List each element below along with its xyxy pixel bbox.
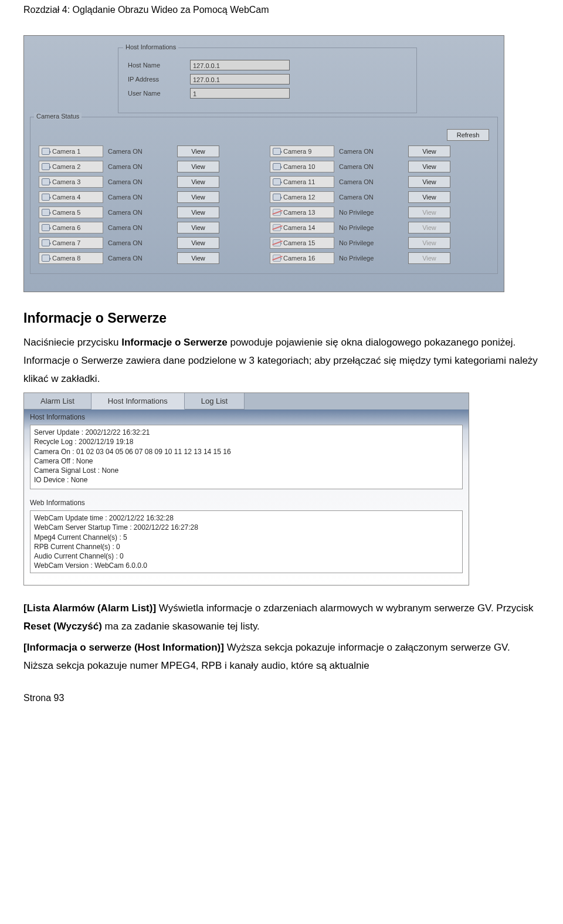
camera-status-legend: Camera Status (34, 113, 82, 120)
camera-icon (42, 194, 50, 201)
camera-name-cell: Camera 8 (39, 252, 103, 264)
view-button[interactable]: View (177, 237, 219, 249)
view-button[interactable]: View (177, 191, 219, 203)
camera-name-label: Camera 11 (283, 178, 315, 185)
camera-name-label: Camera 3 (52, 178, 80, 185)
camera-status-label: Camera ON (108, 178, 172, 185)
host-informations-fieldset: Host Informations Host Name 127.0.0.1 IP… (118, 48, 417, 113)
camera-row: Camera 5Camera ONView (39, 207, 258, 218)
camera-row: Camera 14No PrivilegeView (270, 222, 489, 233)
camera-name-cell: Camera 16 (270, 252, 334, 264)
paragraph-1: Naciśniecie przycisku Informacje o Serwe… (23, 334, 540, 388)
camera-row: Camera 3Camera ONView (39, 176, 258, 188)
camera-name-label: Camera 9 (283, 148, 311, 155)
info-line: Audio Current Channel(s) : 0 (34, 551, 459, 561)
camera-row: Camera 8Camera ONView (39, 252, 258, 264)
tab-log-list[interactable]: Log List (185, 393, 245, 409)
view-button[interactable]: View (177, 161, 219, 172)
camera-name-label: Camera 16 (283, 255, 315, 262)
camera-name-cell: Camera 10 (270, 161, 334, 172)
camera-row: Camera 2Camera ONView (39, 161, 258, 172)
camera-row: Camera 4Camera ONView (39, 191, 258, 203)
camera-name-label: Camera 14 (283, 224, 315, 231)
camera-name-label: Camera 8 (52, 255, 80, 262)
info-line: Camera Off : None (34, 456, 459, 466)
camera-icon (273, 224, 281, 231)
camera-row: Camera 1Camera ONView (39, 145, 258, 157)
tab-host-informations[interactable]: Host Informations (91, 393, 185, 409)
info-line: WebCam Server Startup Time : 2002/12/22 … (34, 523, 459, 532)
camera-name-cell: Camera 14 (270, 222, 334, 233)
camera-row: Camera 11Camera ONView (270, 176, 489, 188)
camera-name-cell: Camera 12 (270, 191, 334, 203)
view-button: View (408, 207, 450, 218)
host-informations-legend: Host Informations (123, 43, 178, 50)
refresh-button[interactable]: Refresh (447, 129, 489, 141)
camera-status-label: Camera ON (108, 239, 172, 246)
view-button[interactable]: View (177, 222, 219, 233)
info-line: WebCam Version : WebCam 6.0.0.0 (34, 561, 459, 570)
camera-name-cell: Camera 13 (270, 207, 334, 218)
camera-icon (42, 224, 50, 231)
view-button[interactable]: View (408, 191, 450, 203)
camera-icon (273, 209, 281, 216)
camera-icon (42, 209, 50, 216)
camera-icon (42, 239, 50, 246)
info-line: RPB Current Channel(s) : 0 (34, 542, 459, 551)
camera-status-label: No Privilege (339, 255, 403, 262)
chapter-header: Rozdział 4: Oglądanie Obrazu Wideo za Po… (0, 0, 563, 18)
camera-status-label: No Privilege (339, 224, 403, 231)
view-button[interactable]: View (408, 145, 450, 157)
camera-name-cell: Camera 7 (39, 237, 103, 249)
camera-icon (42, 148, 50, 155)
ip-address-value: 127.0.0.1 (190, 74, 290, 84)
host-name-label: Host Name (128, 62, 181, 69)
camera-icon (42, 163, 50, 170)
camera-row: Camera 12Camera ONView (270, 191, 489, 203)
view-button[interactable]: View (408, 176, 450, 188)
user-name-label: User Name (128, 90, 181, 97)
camera-row: Camera 9Camera ONView (270, 145, 489, 157)
camera-icon (273, 178, 281, 185)
camera-status-label: Camera ON (108, 209, 172, 216)
view-button[interactable]: View (177, 252, 219, 264)
camera-status-label: Camera ON (339, 178, 403, 185)
camera-name-cell: Camera 1 (39, 145, 103, 157)
camera-column-right: Camera 9Camera ONViewCamera 10Camera ONV… (270, 145, 489, 264)
camera-row: Camera 6Camera ONView (39, 222, 258, 233)
camera-icon (42, 255, 50, 262)
camera-icon (273, 239, 281, 246)
camera-name-label: Camera 13 (283, 209, 315, 216)
camera-icon (273, 163, 281, 170)
camera-name-cell: Camera 5 (39, 207, 103, 218)
web-info-box: WebCam Update time : 2002/12/22 16:32:28… (30, 510, 463, 573)
view-button[interactable]: View (177, 145, 219, 157)
section-heading: Informacje o Serwerze (23, 306, 540, 330)
camera-name-label: Camera 1 (52, 148, 80, 155)
camera-row: Camera 10Camera ONView (270, 161, 489, 172)
view-button[interactable]: View (408, 161, 450, 172)
camera-icon (273, 148, 281, 155)
camera-status-label: Camera ON (108, 255, 172, 262)
camera-name-label: Camera 10 (283, 163, 315, 170)
camera-name-label: Camera 5 (52, 209, 80, 216)
camera-name-cell: Camera 6 (39, 222, 103, 233)
camera-name-cell: Camera 2 (39, 161, 103, 172)
camera-name-cell: Camera 11 (270, 176, 334, 188)
camera-name-label: Camera 15 (283, 239, 315, 246)
camera-status-label: Camera ON (339, 194, 403, 201)
host-informations-window: Alarm List Host Informations Log List Ho… (23, 392, 469, 585)
camera-name-cell: Camera 4 (39, 191, 103, 203)
tab-alarm-list[interactable]: Alarm List (24, 393, 91, 409)
view-button[interactable]: View (177, 207, 219, 218)
info-line: Mpeg4 Current Channel(s) : 5 (34, 533, 459, 542)
view-button[interactable]: View (177, 176, 219, 188)
camera-status-label: Camera ON (339, 163, 403, 170)
camera-status-fieldset: Camera Status Refresh Camera 1Camera ONV… (30, 117, 498, 274)
info-line: Camera Signal Lost : None (34, 466, 459, 475)
camera-status-label: Camera ON (108, 194, 172, 201)
camera-row: Camera 13No PrivilegeView (270, 207, 489, 218)
tab-bar: Alarm List Host Informations Log List (24, 393, 469, 409)
camera-icon (273, 194, 281, 201)
camera-name-label: Camera 12 (283, 194, 315, 201)
